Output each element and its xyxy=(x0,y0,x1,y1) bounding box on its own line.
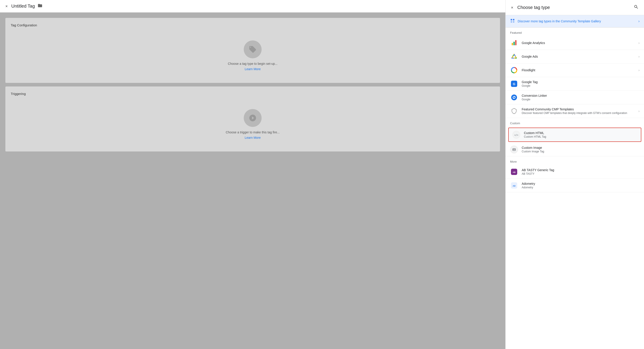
tag-item-floodlight[interactable]: Floodlight › xyxy=(506,63,644,77)
triggering-card: Triggering Choose a trigger to make this… xyxy=(5,86,500,151)
svg-rect-1 xyxy=(513,19,514,20)
custom-html-name: Custom HTML xyxy=(524,131,637,135)
svg-rect-4 xyxy=(512,43,513,45)
left-content: Tag Configuration Choose a tag type to b… xyxy=(0,12,505,349)
tag-item-google-analytics[interactable]: Google Analytics › xyxy=(506,36,644,50)
svg-rect-0 xyxy=(511,19,512,20)
ga-icon xyxy=(510,39,518,47)
section-label-more: More xyxy=(506,156,644,165)
floodlight-chevron: › xyxy=(638,68,640,72)
adometry-subtitle: Adometry xyxy=(522,186,640,189)
right-panel: × Choose tag type Discover more tag type… xyxy=(505,0,644,349)
triggering-title: Triggering xyxy=(11,92,26,96)
tag-icon-circle xyxy=(244,40,262,58)
adometry-info: Adometry Adometry xyxy=(522,182,640,189)
page-title: Untitled Tag xyxy=(12,3,35,9)
floodlight-info: Floodlight xyxy=(522,68,635,72)
tag-config-learn-more[interactable]: Learn More xyxy=(245,67,261,71)
custom-html-info: Custom HTML Custom HTML Tag xyxy=(524,131,637,138)
gads-name: Google Ads xyxy=(522,55,635,58)
triggering-placeholder: Choose a trigger to make this tag fire..… xyxy=(11,105,495,146)
gads-info: Google Ads xyxy=(522,55,635,58)
tag-item-cmp[interactable]: Featured Community CMP Templates Discove… xyxy=(506,104,644,118)
gtag-name: Google Tag xyxy=(522,80,640,84)
conversion-name: Conversion Linker xyxy=(522,94,640,97)
tag-configuration-card: Tag Configuration Choose a tag type to b… xyxy=(5,18,500,83)
community-banner-text: Discover more tag types in the Community… xyxy=(518,19,636,23)
cmp-subtitle: Discover featured CMP templates that dee… xyxy=(522,111,635,115)
conversion-subtitle: Google xyxy=(522,98,640,101)
tag-item-google-ads[interactable]: Google Ads › xyxy=(506,50,644,63)
ga-chevron: › xyxy=(638,41,640,45)
folder-icon xyxy=(38,3,42,9)
panel-title: Choose tag type xyxy=(518,5,550,10)
custom-image-icon xyxy=(510,145,518,153)
tag-item-custom-image[interactable]: Custom Image Custom Image Tag xyxy=(506,143,644,156)
svg-rect-3 xyxy=(513,21,514,22)
cmp-name: Featured Community CMP Templates xyxy=(522,107,635,111)
ab-tasty-name: AB TASTY Generic Tag xyxy=(522,168,640,172)
left-panel: × Untitled Tag Tag Configuration Choose … xyxy=(0,0,505,349)
gtag-subtitle: Google xyxy=(522,84,640,87)
svg-point-13 xyxy=(511,94,517,100)
svg-rect-6 xyxy=(515,40,516,45)
gtag-icon: G xyxy=(510,80,518,88)
svg-text:AD: AD xyxy=(513,185,516,187)
section-label-featured: Featured xyxy=(506,27,644,36)
gads-chevron: › xyxy=(638,55,640,58)
adometry-name: Adometry xyxy=(522,182,640,185)
section-label-custom: Custom xyxy=(506,118,644,127)
right-content: Featured Google Analytics › xyxy=(506,27,644,349)
svg-point-16 xyxy=(511,147,517,152)
conversion-info: Conversion Linker Google xyxy=(522,94,640,101)
tag-item-google-tag[interactable]: G Google Tag Google xyxy=(506,77,644,91)
tag-item-adometry[interactable]: AD Adometry Adometry xyxy=(506,179,644,192)
ga-info: Google Analytics xyxy=(522,41,635,45)
tag-config-placeholder: Choose a tag type to begin set-up... Lea… xyxy=(11,36,495,77)
tag-config-title: Tag Configuration xyxy=(11,23,37,27)
ab-tasty-icon: AB xyxy=(510,168,518,176)
svg-text:AB: AB xyxy=(513,171,516,173)
right-header-left: × Choose tag type xyxy=(510,5,550,10)
custom-image-subtitle: Custom Image Tag xyxy=(522,150,640,153)
triggering-learn-more[interactable]: Learn More xyxy=(245,136,261,139)
floodlight-icon xyxy=(510,66,518,74)
custom-image-info: Custom Image Custom Image Tag xyxy=(522,146,640,153)
conversion-icon xyxy=(510,93,518,101)
adometry-icon: AD xyxy=(510,181,518,189)
cmp-info: Featured Community CMP Templates Discove… xyxy=(522,107,635,115)
community-banner-chevron: › xyxy=(638,19,640,23)
gads-icon xyxy=(510,52,518,60)
custom-html-subtitle: Custom HTML Tag xyxy=(524,135,637,138)
trigger-icon-circle xyxy=(244,109,262,127)
tag-config-placeholder-text: Choose a tag type to begin set-up... xyxy=(228,62,278,65)
svg-rect-2 xyxy=(511,21,512,22)
tag-item-ab-tasty[interactable]: AB AB TASTY Generic Tag AB TASTY xyxy=(506,165,644,179)
right-header: × Choose tag type xyxy=(506,0,644,15)
ab-tasty-subtitle: AB TASTY xyxy=(522,172,640,175)
cmp-chevron: › xyxy=(638,109,640,113)
svg-text:G: G xyxy=(513,82,516,86)
ab-tasty-info: AB TASTY Generic Tag AB TASTY xyxy=(522,168,640,175)
tag-item-custom-html[interactable]: </> Custom HTML Custom HTML Tag xyxy=(508,128,641,142)
svg-rect-5 xyxy=(514,42,514,45)
floodlight-name: Floodlight xyxy=(522,68,635,72)
triggering-placeholder-text: Choose a trigger to make this tag fire..… xyxy=(226,130,280,134)
community-banner[interactable]: Discover more tag types in the Community… xyxy=(506,15,644,27)
search-button[interactable] xyxy=(633,3,640,11)
gtag-info: Google Tag Google xyxy=(522,80,640,87)
svg-text:</>: </> xyxy=(514,134,518,136)
cmp-icon xyxy=(510,107,518,115)
left-header: × Untitled Tag xyxy=(0,0,505,12)
tag-item-conversion-linker[interactable]: Conversion Linker Google xyxy=(506,91,644,104)
close-button-left[interactable]: × xyxy=(4,3,9,9)
close-button-right[interactable]: × xyxy=(510,5,514,10)
svg-point-18 xyxy=(513,149,514,149)
custom-image-name: Custom Image xyxy=(522,146,640,149)
custom-html-icon: </> xyxy=(512,131,520,139)
community-banner-icon xyxy=(510,18,515,24)
ga-name: Google Analytics xyxy=(522,41,635,45)
